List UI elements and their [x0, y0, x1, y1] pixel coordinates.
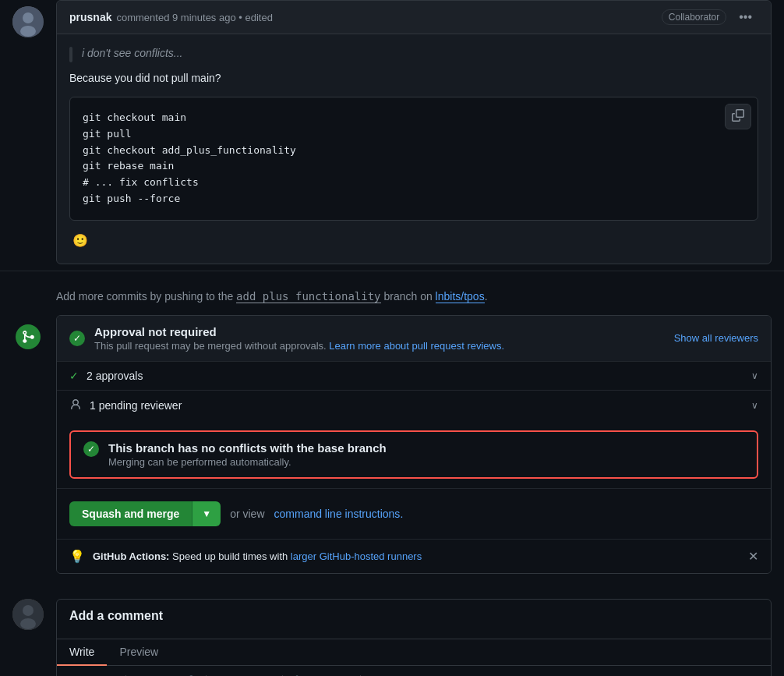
push-info-suffix: . — [485, 290, 488, 303]
bulb-icon: 💡 — [69, 549, 85, 564]
approvals-row[interactable]: ✓ 2 approvals ∨ — [57, 361, 771, 390]
show-reviewers-button[interactable]: Show all reviewers — [674, 332, 758, 344]
comment-header: prusnak commented 9 minutes ago • edited… — [57, 1, 771, 34]
push-info: Add more commits by pushing to the add_p… — [0, 278, 784, 315]
approval-header: ✓ Approval not required This pull reques… — [57, 316, 771, 361]
svg-point-5 — [20, 618, 36, 629]
add-comment-box: Add a comment Write Preview H B I ❝ <> 🔗… — [56, 599, 772, 676]
redo-button[interactable]: ↪ — [389, 672, 408, 676]
learn-more-link[interactable]: Learn more about pull request reviews. — [329, 340, 504, 352]
section-divider — [0, 271, 784, 271]
copy-code-button[interactable] — [725, 104, 751, 129]
svg-point-1 — [23, 12, 34, 23]
italic-button[interactable]: I — [107, 672, 119, 676]
no-conflict-title: This branch has no conflicts with the ba… — [108, 441, 387, 455]
approval-title: Approval not required — [94, 325, 504, 338]
blockquote-line — [69, 47, 72, 62]
heading-button[interactable]: H — [66, 672, 83, 676]
merge-dropdown-button[interactable]: ▼ — [192, 501, 221, 526]
comment-body: i don't see conflicts... Because you did… — [57, 34, 771, 264]
comment-text: Because you did not pull main? — [69, 72, 758, 84]
add-comment-section: Add a comment Write Preview H B I ❝ <> 🔗… — [0, 586, 784, 676]
comment-tabs: Write Preview — [57, 639, 771, 666]
link-button[interactable]: 🔗 — [177, 672, 200, 676]
merge-button-row: Squash and merge ▼ or view command line … — [57, 488, 771, 539]
github-actions-row: 💡 GitHub Actions: Speed up build times w… — [57, 539, 771, 573]
actions-close-button[interactable]: ✕ — [748, 549, 758, 564]
code-content: git checkout main git pull git checkout … — [83, 110, 745, 207]
author-avatar — [12, 6, 44, 37]
blockquote-text: i don't see conflicts... — [82, 47, 183, 59]
quote-button[interactable]: ❝ — [132, 672, 148, 676]
push-info-mid: branch on — [381, 290, 436, 303]
no-conflict-check-icon: ✓ — [83, 441, 99, 457]
collaborator-badge: Collaborator — [662, 9, 726, 25]
pending-label: 1 pending reviewer — [90, 399, 182, 412]
task-list-button[interactable]: ☑ — [256, 672, 276, 676]
hosted-runners-link[interactable]: larger GitHub-hosted runners — [291, 550, 422, 562]
comment-meta: commented 9 minutes ago • edited — [116, 12, 272, 23]
command-line-link[interactable]: command line instructions. — [274, 508, 404, 520]
comment-toolbar: H B I ❝ <> 🔗 1. ☰ ☑ 📎 @ # ↩ ↪ — [57, 666, 771, 676]
svg-point-4 — [23, 605, 34, 616]
attach-button[interactable]: 📎 — [289, 672, 312, 676]
comment-author: prusnak — [69, 11, 111, 23]
comment-section: prusnak commented 9 minutes ago • edited… — [0, 0, 784, 264]
no-conflict-subtitle: Merging can be performed automatically. — [108, 456, 387, 468]
no-conflict-box: ✓ This branch has no conflicts with the … — [69, 430, 758, 479]
mention-button[interactable]: @ — [315, 672, 335, 676]
merge-button-group: Squash and merge ▼ — [69, 501, 221, 526]
emoji-reaction-button[interactable]: 🙂 — [69, 230, 91, 251]
svg-point-2 — [20, 26, 36, 37]
unordered-list-button[interactable]: ☰ — [234, 672, 253, 676]
actions-label-text: Speed up build times with — [172, 550, 291, 562]
code-button[interactable]: <> — [151, 672, 173, 676]
commenter-avatar — [12, 599, 44, 630]
pending-reviewer-row[interactable]: 1 pending reviewer ∨ — [57, 390, 771, 421]
code-block: git checkout main git pull git checkout … — [69, 97, 758, 221]
pending-person-icon — [69, 398, 82, 413]
pending-chevron-icon: ∨ — [751, 400, 758, 411]
preview-tab[interactable]: Preview — [107, 639, 171, 665]
reference-button[interactable]: # — [338, 672, 354, 676]
repo-link[interactable]: lnbits/tpos — [436, 290, 485, 303]
branch-link[interactable]: add_plus_functionality — [236, 290, 380, 303]
ordered-list-button[interactable]: 1. — [213, 672, 231, 676]
comment-box: prusnak commented 9 minutes ago • edited… — [56, 0, 772, 264]
approvals-chevron-icon: ∨ — [751, 370, 758, 381]
actions-label-bold: GitHub Actions: — [93, 550, 169, 562]
undo-button[interactable]: ↩ — [367, 672, 386, 676]
add-comment-title: Add a comment — [69, 600, 758, 632]
bold-button[interactable]: B — [87, 672, 104, 676]
blockquote: i don't see conflicts... — [69, 47, 758, 62]
push-info-prefix: Add more commits by pushing to the — [56, 290, 236, 303]
merge-section: ✓ Approval not required This pull reques… — [0, 315, 784, 574]
approvals-check-icon: ✓ — [69, 370, 79, 382]
merge-icon — [16, 324, 41, 349]
write-tab[interactable]: Write — [57, 639, 107, 666]
approvals-label: 2 approvals — [87, 370, 143, 382]
approval-check-icon: ✓ — [69, 331, 85, 346]
merge-or-label: or view — [230, 508, 264, 520]
more-options-button[interactable]: ••• — [733, 7, 758, 27]
squash-merge-button[interactable]: Squash and merge — [69, 501, 192, 526]
merge-content: ✓ Approval not required This pull reques… — [56, 315, 772, 574]
approval-subtitle: This pull request may be merged without … — [94, 340, 504, 352]
